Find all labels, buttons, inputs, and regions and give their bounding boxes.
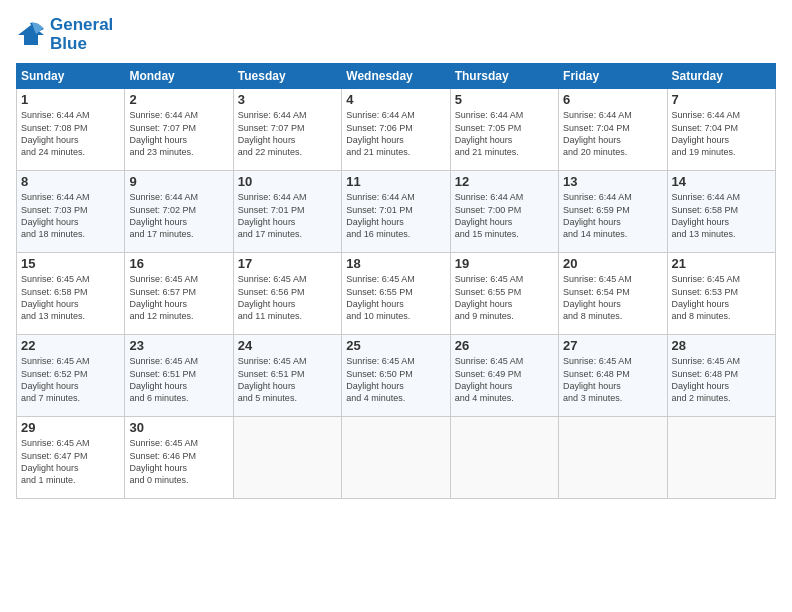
day-number: 14 xyxy=(672,174,771,189)
day-number: 20 xyxy=(563,256,662,271)
day-number: 15 xyxy=(21,256,120,271)
cell-info: Sunrise: 6:45 AM Sunset: 6:50 PM Dayligh… xyxy=(346,355,445,404)
calendar-cell xyxy=(667,417,775,499)
calendar-cell: 9 Sunrise: 6:44 AM Sunset: 7:02 PM Dayli… xyxy=(125,171,233,253)
cell-info: Sunrise: 6:44 AM Sunset: 7:04 PM Dayligh… xyxy=(563,109,662,158)
header: General Blue xyxy=(16,16,776,53)
day-number: 29 xyxy=(21,420,120,435)
day-number: 1 xyxy=(21,92,120,107)
calendar-day-header: Sunday xyxy=(17,64,125,89)
calendar-cell: 13 Sunrise: 6:44 AM Sunset: 6:59 PM Dayl… xyxy=(559,171,667,253)
day-number: 8 xyxy=(21,174,120,189)
page: General Blue SundayMondayTuesdayWednesda… xyxy=(0,0,792,612)
cell-info: Sunrise: 6:44 AM Sunset: 6:59 PM Dayligh… xyxy=(563,191,662,240)
day-number: 22 xyxy=(21,338,120,353)
cell-info: Sunrise: 6:45 AM Sunset: 6:52 PM Dayligh… xyxy=(21,355,120,404)
calendar-cell xyxy=(233,417,341,499)
day-number: 2 xyxy=(129,92,228,107)
calendar-day-header: Wednesday xyxy=(342,64,450,89)
calendar-cell: 18 Sunrise: 6:45 AM Sunset: 6:55 PM Dayl… xyxy=(342,253,450,335)
cell-info: Sunrise: 6:44 AM Sunset: 7:07 PM Dayligh… xyxy=(238,109,337,158)
day-number: 26 xyxy=(455,338,554,353)
cell-info: Sunrise: 6:45 AM Sunset: 6:49 PM Dayligh… xyxy=(455,355,554,404)
calendar-week-row: 22 Sunrise: 6:45 AM Sunset: 6:52 PM Dayl… xyxy=(17,335,776,417)
calendar-week-row: 1 Sunrise: 6:44 AM Sunset: 7:08 PM Dayli… xyxy=(17,89,776,171)
day-number: 30 xyxy=(129,420,228,435)
calendar-cell: 30 Sunrise: 6:45 AM Sunset: 6:46 PM Dayl… xyxy=(125,417,233,499)
calendar-cell: 17 Sunrise: 6:45 AM Sunset: 6:56 PM Dayl… xyxy=(233,253,341,335)
day-number: 24 xyxy=(238,338,337,353)
day-number: 4 xyxy=(346,92,445,107)
day-number: 7 xyxy=(672,92,771,107)
cell-info: Sunrise: 6:44 AM Sunset: 7:04 PM Dayligh… xyxy=(672,109,771,158)
logo-text: General Blue xyxy=(50,16,113,53)
calendar-cell: 8 Sunrise: 6:44 AM Sunset: 7:03 PM Dayli… xyxy=(17,171,125,253)
day-number: 11 xyxy=(346,174,445,189)
calendar-cell: 19 Sunrise: 6:45 AM Sunset: 6:55 PM Dayl… xyxy=(450,253,558,335)
calendar-cell: 14 Sunrise: 6:44 AM Sunset: 6:58 PM Dayl… xyxy=(667,171,775,253)
calendar-cell: 20 Sunrise: 6:45 AM Sunset: 6:54 PM Dayl… xyxy=(559,253,667,335)
calendar-cell: 12 Sunrise: 6:44 AM Sunset: 7:00 PM Dayl… xyxy=(450,171,558,253)
cell-info: Sunrise: 6:44 AM Sunset: 7:01 PM Dayligh… xyxy=(346,191,445,240)
calendar-cell: 5 Sunrise: 6:44 AM Sunset: 7:05 PM Dayli… xyxy=(450,89,558,171)
calendar-cell: 10 Sunrise: 6:44 AM Sunset: 7:01 PM Dayl… xyxy=(233,171,341,253)
cell-info: Sunrise: 6:45 AM Sunset: 6:47 PM Dayligh… xyxy=(21,437,120,486)
logo: General Blue xyxy=(16,16,113,53)
cell-info: Sunrise: 6:44 AM Sunset: 7:02 PM Dayligh… xyxy=(129,191,228,240)
cell-info: Sunrise: 6:44 AM Sunset: 7:01 PM Dayligh… xyxy=(238,191,337,240)
cell-info: Sunrise: 6:45 AM Sunset: 6:55 PM Dayligh… xyxy=(346,273,445,322)
calendar-day-header: Tuesday xyxy=(233,64,341,89)
calendar-day-header: Friday xyxy=(559,64,667,89)
calendar-cell: 28 Sunrise: 6:45 AM Sunset: 6:48 PM Dayl… xyxy=(667,335,775,417)
cell-info: Sunrise: 6:44 AM Sunset: 7:08 PM Dayligh… xyxy=(21,109,120,158)
day-number: 18 xyxy=(346,256,445,271)
calendar-day-header: Thursday xyxy=(450,64,558,89)
calendar-table: SundayMondayTuesdayWednesdayThursdayFrid… xyxy=(16,63,776,499)
cell-info: Sunrise: 6:44 AM Sunset: 7:06 PM Dayligh… xyxy=(346,109,445,158)
cell-info: Sunrise: 6:45 AM Sunset: 6:54 PM Dayligh… xyxy=(563,273,662,322)
day-number: 9 xyxy=(129,174,228,189)
calendar-cell: 6 Sunrise: 6:44 AM Sunset: 7:04 PM Dayli… xyxy=(559,89,667,171)
calendar-week-row: 8 Sunrise: 6:44 AM Sunset: 7:03 PM Dayli… xyxy=(17,171,776,253)
cell-info: Sunrise: 6:44 AM Sunset: 6:58 PM Dayligh… xyxy=(672,191,771,240)
day-number: 19 xyxy=(455,256,554,271)
calendar-cell xyxy=(342,417,450,499)
calendar-cell: 4 Sunrise: 6:44 AM Sunset: 7:06 PM Dayli… xyxy=(342,89,450,171)
cell-info: Sunrise: 6:45 AM Sunset: 6:48 PM Dayligh… xyxy=(563,355,662,404)
cell-info: Sunrise: 6:44 AM Sunset: 7:03 PM Dayligh… xyxy=(21,191,120,240)
calendar-cell: 21 Sunrise: 6:45 AM Sunset: 6:53 PM Dayl… xyxy=(667,253,775,335)
calendar-day-header: Monday xyxy=(125,64,233,89)
cell-info: Sunrise: 6:44 AM Sunset: 7:00 PM Dayligh… xyxy=(455,191,554,240)
day-number: 3 xyxy=(238,92,337,107)
calendar-cell: 27 Sunrise: 6:45 AM Sunset: 6:48 PM Dayl… xyxy=(559,335,667,417)
calendar-cell: 16 Sunrise: 6:45 AM Sunset: 6:57 PM Dayl… xyxy=(125,253,233,335)
day-number: 10 xyxy=(238,174,337,189)
day-number: 12 xyxy=(455,174,554,189)
calendar-cell: 15 Sunrise: 6:45 AM Sunset: 6:58 PM Dayl… xyxy=(17,253,125,335)
day-number: 13 xyxy=(563,174,662,189)
calendar-cell: 26 Sunrise: 6:45 AM Sunset: 6:49 PM Dayl… xyxy=(450,335,558,417)
calendar-cell: 25 Sunrise: 6:45 AM Sunset: 6:50 PM Dayl… xyxy=(342,335,450,417)
cell-info: Sunrise: 6:45 AM Sunset: 6:48 PM Dayligh… xyxy=(672,355,771,404)
calendar-cell: 11 Sunrise: 6:44 AM Sunset: 7:01 PM Dayl… xyxy=(342,171,450,253)
day-number: 23 xyxy=(129,338,228,353)
calendar-cell: 1 Sunrise: 6:44 AM Sunset: 7:08 PM Dayli… xyxy=(17,89,125,171)
calendar-cell: 29 Sunrise: 6:45 AM Sunset: 6:47 PM Dayl… xyxy=(17,417,125,499)
cell-info: Sunrise: 6:45 AM Sunset: 6:51 PM Dayligh… xyxy=(129,355,228,404)
logo-icon xyxy=(16,21,46,49)
calendar-cell: 3 Sunrise: 6:44 AM Sunset: 7:07 PM Dayli… xyxy=(233,89,341,171)
cell-info: Sunrise: 6:45 AM Sunset: 6:46 PM Dayligh… xyxy=(129,437,228,486)
calendar-week-row: 29 Sunrise: 6:45 AM Sunset: 6:47 PM Dayl… xyxy=(17,417,776,499)
cell-info: Sunrise: 6:44 AM Sunset: 7:07 PM Dayligh… xyxy=(129,109,228,158)
cell-info: Sunrise: 6:45 AM Sunset: 6:56 PM Dayligh… xyxy=(238,273,337,322)
calendar-cell xyxy=(450,417,558,499)
calendar-week-row: 15 Sunrise: 6:45 AM Sunset: 6:58 PM Dayl… xyxy=(17,253,776,335)
calendar-cell: 7 Sunrise: 6:44 AM Sunset: 7:04 PM Dayli… xyxy=(667,89,775,171)
calendar-day-header: Saturday xyxy=(667,64,775,89)
cell-info: Sunrise: 6:44 AM Sunset: 7:05 PM Dayligh… xyxy=(455,109,554,158)
calendar-cell: 24 Sunrise: 6:45 AM Sunset: 6:51 PM Dayl… xyxy=(233,335,341,417)
day-number: 28 xyxy=(672,338,771,353)
calendar-cell: 2 Sunrise: 6:44 AM Sunset: 7:07 PM Dayli… xyxy=(125,89,233,171)
day-number: 17 xyxy=(238,256,337,271)
cell-info: Sunrise: 6:45 AM Sunset: 6:51 PM Dayligh… xyxy=(238,355,337,404)
